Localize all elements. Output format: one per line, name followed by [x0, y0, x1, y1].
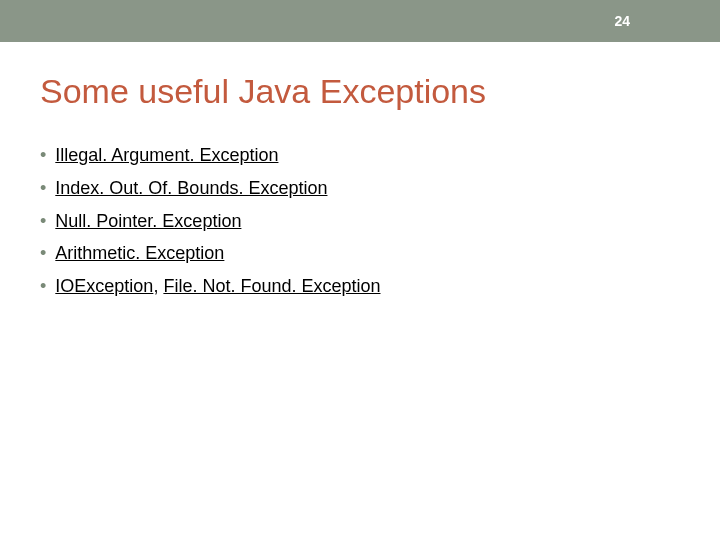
exception-link: File. Not. Found. Exception — [163, 276, 380, 296]
exception-link: IOException — [55, 276, 153, 296]
header-bar: 24 — [0, 0, 720, 42]
bullet-list: Illegal. Argument. Exception Index. Out.… — [40, 141, 720, 301]
page-number: 24 — [614, 13, 630, 29]
separator: , — [153, 276, 163, 296]
list-item: IOException, File. Not. Found. Exception — [40, 272, 720, 301]
exception-link: Null. Pointer. Exception — [55, 211, 241, 231]
list-item: Arithmetic. Exception — [40, 239, 720, 268]
list-item: Index. Out. Of. Bounds. Exception — [40, 174, 720, 203]
slide-title: Some useful Java Exceptions — [40, 72, 720, 111]
exception-link: Illegal. Argument. Exception — [55, 145, 278, 165]
list-item: Null. Pointer. Exception — [40, 207, 720, 236]
exception-link: Index. Out. Of. Bounds. Exception — [55, 178, 327, 198]
list-item: Illegal. Argument. Exception — [40, 141, 720, 170]
exception-link: Arithmetic. Exception — [55, 243, 224, 263]
